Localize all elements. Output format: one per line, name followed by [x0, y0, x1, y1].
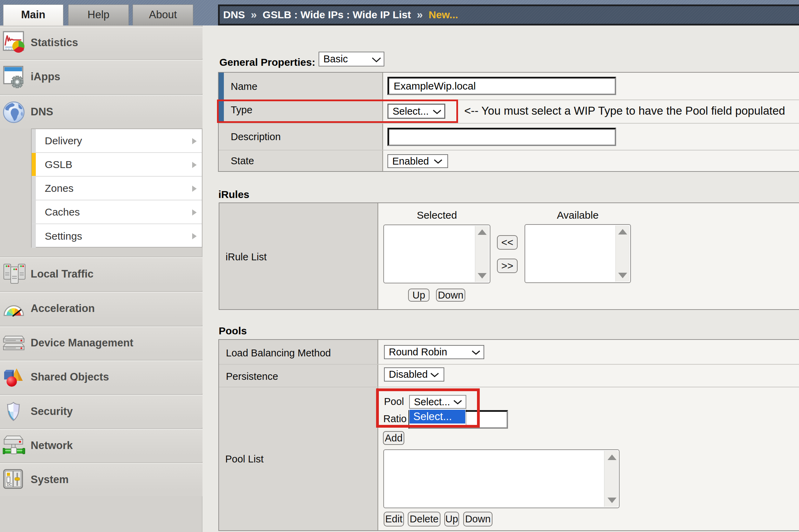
svg-text:DC: DC	[7, 483, 12, 487]
